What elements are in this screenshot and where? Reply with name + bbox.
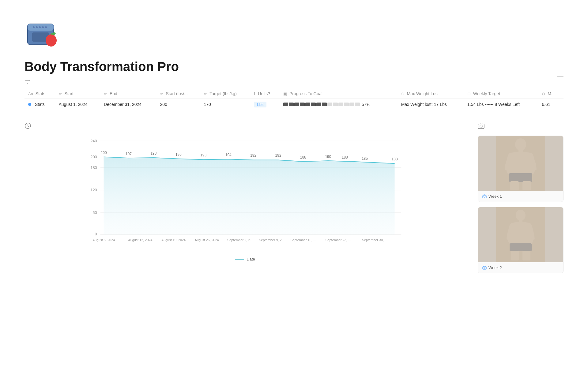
svg-point-4 [39,26,41,28]
cell-start-weight[interactable]: 200 [156,99,200,110]
svg-point-5 [42,26,44,28]
camera-section-icon [478,122,564,131]
col-target-icon: ✏ [204,92,207,96]
table-row: Stats August 1, 2024 December 31, 2024 2… [24,99,564,110]
clock-icon [24,122,31,129]
progress-block-0 [283,103,288,106]
progress-block-10 [338,103,343,106]
chart-legend: Date [24,257,466,261]
legend-line [235,259,244,260]
col-target[interactable]: ✏ Target (lbs/kg) [200,89,250,99]
col-target-label: Target (lbs/kg) [209,91,237,96]
svg-rect-26 [522,251,530,260]
weight-chart: 240 200 180 120 60 0 [24,136,466,252]
progress-block-5 [311,103,316,106]
cell-weekly-target: 1.54 Lbs ------ 8 Weeks Left [464,99,538,110]
col-start-weight[interactable]: ✏ Start (lbs/... [156,89,200,99]
progress-block-2 [294,103,299,106]
svg-point-8 [46,34,57,47]
photo-camera-icon-week1 [482,194,487,199]
x-label-0: August 5, 2024 [92,238,115,242]
stats-label: Stats [35,102,45,107]
weeks-left: 8 Weeks Left [495,102,519,107]
cell-unit[interactable]: Lbs [250,99,280,110]
menu-icon[interactable] [557,77,564,79]
x-label-7: September 23, ... [325,238,351,242]
progress-blocks [283,103,360,106]
x-label-8: September 30, ... [362,238,387,242]
cell-end-date[interactable]: December 31, 2024 [100,99,156,110]
col-end-icon: ✏ [104,92,107,96]
col-start-icon: ✏ [59,92,62,96]
cell-start-date[interactable]: August 1, 2024 [55,99,100,110]
dp-label-6: 192 [250,153,256,158]
col-extra-icon: ⊙ [542,92,545,96]
x-label-3: August 26, 2024 [195,238,219,242]
cell-stats: Stats [24,99,55,110]
photo-label-week2: Week 2 [478,262,563,273]
svg-point-28 [484,267,485,269]
person-figure-week1 [496,136,545,191]
col-units-label: Units? [258,91,270,96]
svg-point-20 [484,196,485,197]
svg-rect-19 [483,195,486,198]
progress-block-6 [316,103,321,106]
progress-block-9 [333,103,338,106]
photo-placeholder-week1 [478,136,563,191]
col-start-weight-icon: ✏ [160,92,164,96]
photo-week2-label: Week 2 [488,265,502,270]
menu-line-1 [557,77,564,77]
col-extra[interactable]: ⊙ M... [538,89,564,99]
dp-label-5: 194 [225,153,232,157]
x-label-1: August 12, 2024 [128,238,153,242]
cell-progress: 57% [280,99,398,110]
cell-max-weight: Max Weight lost: 17 Lbs [398,99,464,110]
app-logo [24,18,61,49]
x-label-4: September 2, 2... [227,238,253,242]
progress-bar-container: 57% [283,102,394,107]
col-progress[interactable]: ▣ Progress To Goal [280,89,398,99]
chart-wrapper: 240 200 180 120 60 0 [24,136,466,252]
person-figure-week2 [496,207,545,262]
y-label-0: 0 [95,232,97,236]
photo-card-week2[interactable]: Week 2 [478,207,564,273]
svg-point-12 [480,125,482,127]
photos-section: Week 1 [478,122,564,278]
col-units-icon: ℹ [254,92,255,96]
col-end-label: End [110,91,117,96]
col-end[interactable]: ✏ End [100,89,156,99]
menu-line-2 [557,79,564,79]
svg-rect-18 [522,181,531,190]
stats-table: Aa Stats ✏ Start ✏ End ✏ Start (lbs/... [24,89,564,110]
col-stats[interactable]: Aa Stats [24,89,55,99]
page-title: Body Transformation Pro [24,59,564,74]
col-start[interactable]: ✏ Start [55,89,100,99]
unit-badge[interactable]: Lbs [254,102,266,107]
col-weekly-target-label: Weekly Target [473,91,500,96]
photo-card-week1[interactable]: Week 1 [478,136,564,202]
dp-label-1: 197 [126,152,132,156]
dp-label-3: 195 [175,152,182,157]
col-units[interactable]: ℹ Units? [250,89,280,99]
weekly-target-dashes: ------ [485,102,495,107]
main-content: 240 200 180 120 60 0 [24,122,564,278]
col-extra-label: M... [548,91,555,96]
col-progress-icon: ▣ [283,92,287,96]
svg-point-22 [516,210,526,221]
progress-block-7 [322,103,327,106]
col-weekly-target[interactable]: ⊙ Weekly Target [464,89,538,99]
svg-point-14 [515,138,526,151]
col-progress-label: Progress To Goal [289,91,322,96]
progress-block-1 [289,103,294,106]
cell-target-weight[interactable]: 170 [200,99,250,110]
svg-point-2 [33,26,35,28]
progress-block-11 [344,103,349,106]
progress-block-8 [327,103,332,106]
col-max-weight-label: Max Weight Lost [407,91,439,96]
x-label-5: September 9, 2... [259,238,284,242]
col-max-weight[interactable]: ⊙ Max Weight Lost [398,89,464,99]
progress-block-12 [349,103,354,106]
photo-label-week1: Week 1 [478,191,563,202]
col-weekly-target-icon: ⊙ [467,92,471,96]
svg-point-6 [45,26,47,28]
